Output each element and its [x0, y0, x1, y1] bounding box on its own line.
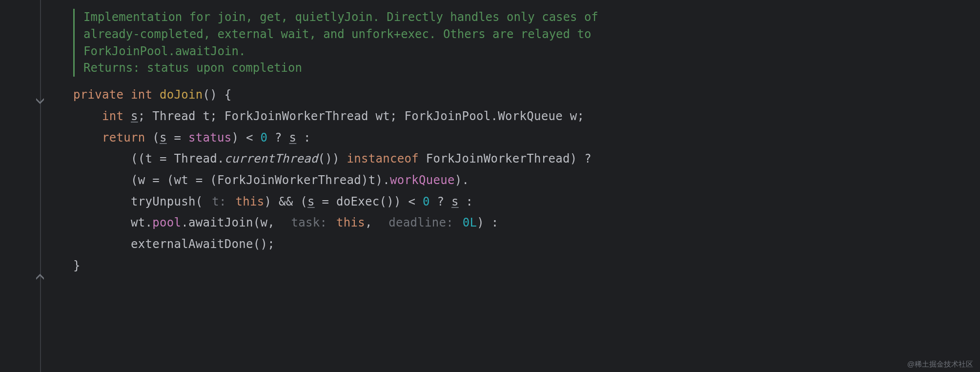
- code-line[interactable]: return (s = status) < 0 ? s :: [73, 127, 598, 149]
- fold-region-top-icon[interactable]: [35, 96, 45, 106]
- javadoc-returns: Returns: status upon completion: [83, 60, 598, 77]
- javadoc-line: Implementation for join, get, quietlyJoi…: [83, 9, 598, 26]
- javadoc-line: already-completed, external wait, and un…: [83, 26, 598, 43]
- code-editor-content[interactable]: Implementation for join, get, quietlyJoi…: [73, 9, 598, 276]
- gutter-separator-line: [40, 0, 41, 372]
- editor-gutter: [0, 0, 48, 372]
- parameter-hint: deadline:: [380, 216, 463, 229]
- code-line[interactable]: }: [73, 255, 598, 277]
- code-line[interactable]: externalAwaitDone();: [73, 234, 598, 255]
- code-line[interactable]: (w = (wt = (ForkJoinWorkerThread)t).work…: [73, 170, 598, 191]
- code-line[interactable]: private int doJoin() {: [73, 84, 598, 106]
- javadoc-line: ForkJoinPool.awaitJoin.: [83, 43, 598, 60]
- parameter-hint: t:: [203, 195, 236, 208]
- code-line[interactable]: ((t = Thread.currentThread()) instanceof…: [73, 148, 598, 170]
- watermark-text: @稀土掘金技术社区: [907, 360, 973, 369]
- parameter-hint: task:: [282, 216, 336, 229]
- code-line[interactable]: tryUnpush( t: this) && (s = doExec()) < …: [73, 191, 598, 213]
- javadoc-block: Implementation for join, get, quietlyJoi…: [73, 9, 598, 77]
- code-line[interactable]: int s; Thread t; ForkJoinWorkerThread wt…: [73, 106, 598, 127]
- code-line[interactable]: wt.pool.awaitJoin(w, task: this, deadlin…: [73, 212, 598, 234]
- fold-region-bottom-icon[interactable]: [35, 271, 45, 282]
